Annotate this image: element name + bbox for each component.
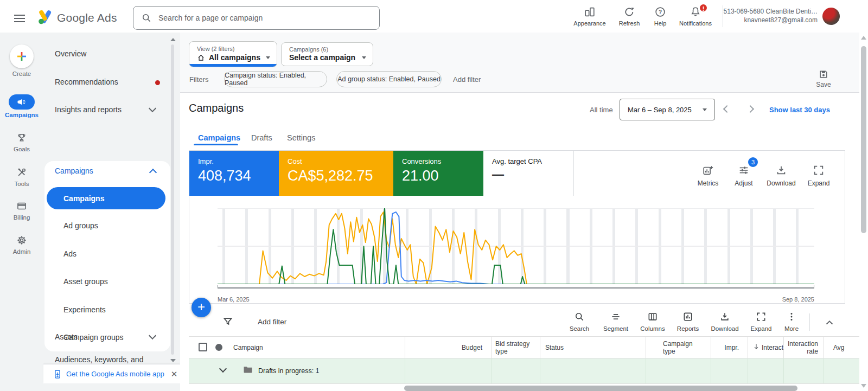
- add-filter-button[interactable]: Add filter: [453, 75, 481, 84]
- nav-scrollbar[interactable]: [171, 44, 174, 355]
- save-icon: [818, 69, 829, 80]
- table-reports-button[interactable]: Reports: [673, 310, 703, 332]
- campaign-selector[interactable]: Campaigns (6) Select a campaign: [281, 42, 373, 66]
- column-header-campaign[interactable]: Campaign: [233, 344, 263, 351]
- mobile-app-banner: Get the Google Ads mobile app ✕: [43, 364, 180, 383]
- scorecard-impressions[interactable]: Impr. 408,734: [189, 151, 279, 196]
- status-dot-icon[interactable]: [215, 344, 222, 351]
- scroll-up-icon[interactable]: [861, 36, 866, 40]
- add-campaign-button[interactable]: +: [192, 298, 211, 317]
- column-divider: [748, 337, 748, 358]
- date-range-selector[interactable]: Mar 6 – Sep 8, 2025: [620, 99, 715, 120]
- collapse-chevron-up-icon[interactable]: [824, 317, 835, 329]
- nav-scroll-down-icon[interactable]: [170, 359, 176, 362]
- nav-item-campaigns-selected[interactable]: Campaigns: [47, 187, 165, 209]
- row-bottom-border: [189, 383, 859, 384]
- menu-icon[interactable]: [14, 12, 25, 24]
- appearance-button[interactable]: Appearance: [571, 5, 609, 30]
- column-header-avg-truncated[interactable]: Avg: [833, 344, 844, 351]
- page-scrollbar[interactable]: [859, 33, 868, 391]
- nav-item-asset-groups[interactable]: Asset groups: [63, 277, 108, 286]
- mobile-app-link[interactable]: Get the Google Ads mobile app: [66, 370, 164, 378]
- nav-scroll-up-icon[interactable]: [170, 38, 176, 41]
- close-icon[interactable]: ✕: [171, 369, 178, 379]
- scroll-down-icon[interactable]: [861, 384, 866, 388]
- scorecard-avg-target-cpa[interactable]: Avg. target CPA —: [483, 151, 574, 196]
- table-expand-button[interactable]: Expand: [744, 310, 778, 332]
- save-button[interactable]: Save: [812, 69, 835, 88]
- nav-item-recommendations[interactable]: Recommendations: [55, 78, 118, 86]
- nav-item-ad-groups[interactable]: Ad groups: [63, 221, 98, 230]
- table-segment-button[interactable]: Segment: [599, 310, 633, 332]
- view-selector-caption: View (2 filters): [189, 42, 277, 52]
- column-divider: [405, 337, 405, 358]
- rail-item-admin[interactable]: Admin: [0, 234, 43, 255]
- column-header-budget[interactable]: Budget: [405, 344, 482, 351]
- nav-item-assets[interactable]: Assets: [55, 332, 78, 341]
- view-selector[interactable]: View (2 filters) All campaigns: [189, 41, 277, 67]
- gear-icon: [0, 234, 43, 246]
- scorecard-cost[interactable]: Cost CA$5,282.75: [279, 151, 393, 196]
- nav-item-ads[interactable]: Ads: [63, 249, 76, 258]
- nav-item-insights-and-reports[interactable]: Insights and reports: [55, 105, 122, 114]
- chevron-down-icon: [149, 105, 156, 112]
- column-header-status[interactable]: Status: [545, 344, 564, 351]
- tab-drafts[interactable]: Drafts: [251, 133, 272, 142]
- table-add-filter-button[interactable]: Add filter: [258, 318, 286, 326]
- axis-start-tick: [218, 285, 218, 288]
- filter-chip-ad-group-status[interactable]: Ad group status: Enabled, Paused: [336, 71, 442, 87]
- account-id: 513-069-5680 CleanBite Denti…: [720, 7, 818, 16]
- help-button[interactable]: ? Help: [646, 5, 675, 30]
- global-search-input[interactable]: Search for a page or campaign: [133, 6, 380, 30]
- expand-icon: [744, 310, 778, 323]
- column-header-impressions[interactable]: Impr.: [711, 344, 739, 351]
- column-header-campaign-type[interactable]: Campaign type: [663, 340, 704, 355]
- tab-settings[interactable]: Settings: [287, 133, 315, 142]
- notifications-badge: !: [699, 3, 708, 12]
- performance-chart[interactable]: [218, 208, 814, 284]
- chart-time-axis[interactable]: [218, 287, 814, 289]
- campaign-selector-value: Select a campaign: [289, 53, 355, 62]
- row-column-divider: [491, 358, 492, 383]
- column-header-interactions-truncated[interactable]: Interact: [762, 344, 783, 351]
- table-download-button[interactable]: Download: [707, 310, 742, 332]
- performance-chart-lines: [218, 208, 814, 284]
- column-divider: [824, 337, 824, 358]
- rail-item-create[interactable]: Create: [0, 44, 43, 77]
- download-button[interactable]: Download: [764, 164, 799, 187]
- table-columns-button[interactable]: Columns: [636, 310, 669, 332]
- column-header-interaction-rate[interactable]: Interaction rate: [786, 340, 818, 355]
- avatar[interactable]: [822, 8, 840, 25]
- metrics-button[interactable]: Metrics: [692, 164, 724, 187]
- scorecard-conversions[interactable]: Conversions 21.00: [393, 151, 483, 196]
- expand-button[interactable]: Expand: [802, 164, 835, 187]
- page-title: Campaigns: [189, 102, 244, 114]
- refresh-button[interactable]: Refresh: [611, 5, 647, 30]
- sort-arrow-down-icon: [752, 343, 760, 350]
- rail-item-tools[interactable]: Tools: [0, 166, 43, 187]
- nav-item-overview[interactable]: Overview: [55, 49, 86, 58]
- table-horizontal-scrollbar[interactable]: [404, 386, 797, 391]
- table-more-button[interactable]: More: [780, 310, 803, 332]
- nav-item-audiences-truncated[interactable]: Audiences, keywords, and: [55, 355, 169, 364]
- rail-item-campaigns[interactable]: Campaigns: [0, 94, 43, 118]
- account-info[interactable]: 513-069-5680 CleanBite Denti… knavneet82…: [720, 7, 818, 24]
- home-icon: [197, 54, 205, 62]
- column-header-bid-strategy-type[interactable]: Bid strategy type: [495, 340, 537, 355]
- adjust-button[interactable]: Adjust 3: [727, 164, 760, 187]
- rail-item-billing[interactable]: Billing: [0, 200, 43, 221]
- funnel-icon[interactable]: [222, 316, 233, 327]
- rail-item-goals[interactable]: Goals: [0, 132, 43, 152]
- table-search-button[interactable]: Search: [564, 310, 595, 332]
- nav-group-campaigns[interactable]: Campaigns: [55, 166, 93, 175]
- google-ads-logo-icon[interactable]: [37, 8, 54, 25]
- notifications-button[interactable]: Notifications !: [675, 5, 716, 30]
- filter-chip-campaign-status[interactable]: Campaign status: Enabled, Paused: [224, 71, 327, 87]
- select-all-checkbox[interactable]: [199, 343, 207, 351]
- show-last-30-days-link[interactable]: Show last 30 days: [769, 106, 830, 114]
- page-scrollbar-thumb[interactable]: [861, 46, 866, 233]
- tab-campaigns[interactable]: Campaigns: [198, 133, 240, 142]
- nav-item-experiments[interactable]: Experiments: [63, 305, 106, 314]
- logo-wordmark: Google Ads: [57, 11, 117, 24]
- megaphone-icon: [9, 94, 35, 110]
